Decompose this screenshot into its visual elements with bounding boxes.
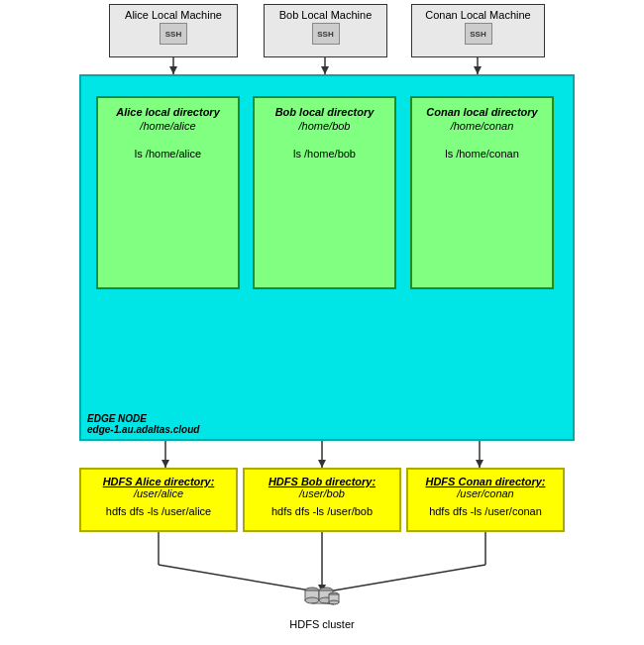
hdfs-conan-dir: HDFS Conan directory: /user/conan hdfs d… <box>406 468 565 532</box>
conan-dir-cmd: ls /home/conan <box>420 148 544 160</box>
edge-node-sublabel: edge-1.au.adaltas.cloud <box>87 424 199 435</box>
svg-marker-16 <box>476 460 483 468</box>
conan-machine: Conan Local Machine SSH <box>411 4 545 57</box>
svg-marker-13 <box>474 66 482 74</box>
bob-dir-path: /home/bob <box>263 120 386 132</box>
alice-ssh-icon: SSH <box>160 23 187 45</box>
alice-machine: Alice Local Machine SSH <box>109 4 238 57</box>
bob-local-dir: Bob local directory /home/bob ls /home/b… <box>253 96 396 289</box>
hdfs-bob-cmd: hdfs dfs -ls /user/bob <box>251 505 393 517</box>
conan-dir-path: /home/conan <box>420 120 544 132</box>
hdfs-bob-path: /user/bob <box>251 487 393 499</box>
edge-node-title: EDGE NODE <box>87 413 199 424</box>
hdfs-alice-dir: HDFS Alice directory: /user/alice hdfs d… <box>79 468 238 532</box>
bob-machine: Bob Local Machine SSH <box>264 4 387 57</box>
svg-marker-11 <box>169 66 177 74</box>
diagram: Alice Local Machine SSH Bob Local Machin… <box>0 0 644 645</box>
hdfs-cluster-label: HDFS cluster <box>272 618 372 630</box>
hdfs-cluster-icon <box>302 585 342 614</box>
svg-marker-12 <box>321 66 329 74</box>
edge-node-label: EDGE NODE edge-1.au.adaltas.cloud <box>87 413 199 435</box>
svg-marker-14 <box>161 460 169 468</box>
conan-machine-label: Conan Local Machine <box>425 9 530 21</box>
hdfs-conan-title: HDFS Conan directory: <box>414 476 557 487</box>
hdfs-alice-title: HDFS Alice directory: <box>87 476 230 487</box>
conan-local-dir: Conan local directory /home/conan ls /ho… <box>410 96 554 289</box>
hdfs-bob-dir: HDFS Bob directory: /user/bob hdfs dfs -… <box>243 468 401 532</box>
bob-machine-label: Bob Local Machine <box>279 9 373 21</box>
hdfs-bob-title: HDFS Bob directory: <box>251 476 393 487</box>
hdfs-cluster: HDFS cluster <box>272 585 372 639</box>
hdfs-conan-path: /user/conan <box>414 487 557 499</box>
hdfs-alice-path: /user/alice <box>87 487 230 499</box>
alice-local-dir: Alice local directory /home/alice ls /ho… <box>96 96 240 289</box>
bob-dir-cmd: ls /home/bob <box>263 148 386 160</box>
svg-point-20 <box>305 597 319 603</box>
alice-dir-title: Alice local directory <box>106 106 230 118</box>
svg-marker-15 <box>318 460 326 468</box>
alice-dir-path: /home/alice <box>106 120 230 132</box>
edge-node: Alice local directory /home/alice ls /ho… <box>79 74 575 441</box>
bob-ssh-icon: SSH <box>312 23 340 45</box>
conan-ssh-icon: SSH <box>465 23 492 45</box>
bob-dir-title: Bob local directory <box>263 106 386 118</box>
alice-dir-cmd: ls /home/alice <box>106 148 230 160</box>
conan-dir-title: Conan local directory <box>420 106 544 118</box>
hdfs-conan-cmd: hdfs dfs -ls /user/conan <box>414 505 557 517</box>
alice-machine-label: Alice Local Machine <box>125 9 222 21</box>
hdfs-alice-cmd: hdfs dfs -ls /user/alice <box>87 505 230 517</box>
